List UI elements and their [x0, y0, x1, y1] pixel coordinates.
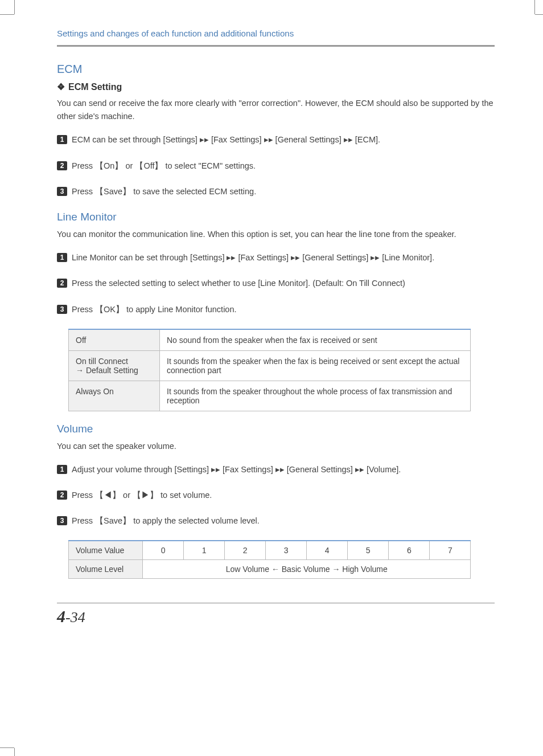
volume-table: Volume Value 0 1 2 3 4 5 6 7 Volume Leve… [68, 540, 471, 579]
header-divider [57, 45, 495, 47]
ecm-subheading: ❖ECM Setting [57, 81, 495, 92]
lm-row2-label: Always On [69, 381, 160, 411]
step-badge-2: 2 [57, 491, 67, 500]
ecm-intro: You can send or receive the fax more cle… [57, 97, 495, 123]
lm-step-2-text: Press the selected setting to select whe… [72, 277, 495, 290]
lm-row1-label-line1: On till Connect [76, 357, 128, 366]
vol-val-5: 5 [348, 541, 389, 560]
vol-val-4: 4 [307, 541, 348, 560]
lm-step-1: 1 Line Monitor can be set through [Setti… [57, 251, 495, 264]
ecm-step-2-text: Press 【On】 or 【Off】 to select "ECM" sett… [72, 160, 495, 173]
lm-row2-desc: It sounds from the speaker throughout th… [160, 381, 471, 411]
page-number-chapter: 4 [57, 607, 65, 626]
vol-step-3-text: Press 【Save】 to apply the selected volum… [72, 514, 495, 528]
step-badge-3: 3 [57, 305, 67, 314]
vol-val-7: 7 [430, 541, 471, 560]
step-badge-1: 1 [57, 135, 67, 144]
step-badge-3: 3 [57, 516, 67, 525]
table-row: Always On It sounds from the speaker thr… [69, 381, 471, 411]
vol-val-3: 3 [266, 541, 307, 560]
volume-value-label: Volume Value [69, 541, 143, 560]
vol-step-1: 1 Adjust your volume through [Settings] … [57, 463, 495, 476]
step-badge-2: 2 [57, 161, 67, 170]
ecm-step-1-text: ECM can be set through [Settings] ▸▸ [Fa… [72, 133, 495, 146]
lm-row0-desc: No sound from the speaker when the fax i… [160, 329, 471, 351]
ecm-subheading-text: ECM Setting [68, 82, 122, 92]
volume-intro: You can set the speaker volume. [57, 440, 495, 453]
lm-row1-desc: It sounds from the speaker when the fax … [160, 350, 471, 381]
vol-step-2: 2 Press 【◀】 or 【▶】 to set volume. [57, 489, 495, 502]
line-monitor-heading: Line Monitor [57, 211, 495, 223]
diamond-icon: ❖ [57, 82, 65, 92]
table-row: Off No sound from the speaker when the f… [69, 329, 471, 351]
ecm-step-3: 3 Press 【Save】 to save the selected ECM … [57, 185, 495, 198]
line-monitor-intro: You can monitor the communication line. … [57, 228, 495, 241]
footer-divider [57, 603, 495, 603]
line-monitor-table: Off No sound from the speaker when the f… [68, 329, 471, 411]
volume-level-row: Volume Level Low Volume ← Basic Volume →… [69, 560, 471, 579]
running-header: Settings and changes of each function an… [57, 28, 495, 38]
page-content: Settings and changes of each function an… [0, 0, 543, 649]
ecm-heading: ECM [57, 63, 495, 76]
ecm-step-1: 1 ECM can be set through [Settings] ▸▸ [… [57, 133, 495, 146]
step-badge-2: 2 [57, 279, 67, 288]
table-row: On till Connect → Default Setting It sou… [69, 350, 471, 381]
ecm-step-3-text: Press 【Save】 to save the selected ECM se… [72, 185, 495, 198]
ecm-step-2: 2 Press 【On】 or 【Off】 to select "ECM" se… [57, 160, 495, 173]
volume-level-text: Low Volume ← Basic Volume → High Volume [143, 560, 471, 579]
step-badge-1: 1 [57, 465, 67, 474]
lm-row0-label: Off [69, 329, 160, 351]
step-badge-1: 1 [57, 253, 67, 262]
vol-step-1-text: Adjust your volume through [Settings] ▸▸… [72, 463, 495, 476]
vol-val-2: 2 [225, 541, 266, 560]
volume-heading: Volume [57, 423, 495, 435]
vol-step-3: 3 Press 【Save】 to apply the selected vol… [57, 514, 495, 528]
page-number: 4-34 [57, 607, 495, 626]
vol-val-0: 0 [143, 541, 184, 560]
lm-step-3: 3 Press 【OK】 to apply Line Monitor funct… [57, 303, 495, 316]
vol-step-2-text: Press 【◀】 or 【▶】 to set volume. [72, 489, 495, 502]
lm-step-2: 2 Press the selected setting to select w… [57, 277, 495, 290]
lm-step-3-text: Press 【OK】 to apply Line Monitor functio… [72, 303, 495, 316]
vol-val-1: 1 [184, 541, 225, 560]
step-badge-3: 3 [57, 187, 67, 196]
vol-val-6: 6 [389, 541, 430, 560]
lm-row1-label-line2: → Default Setting [76, 366, 138, 375]
lm-row1-label: On till Connect → Default Setting [69, 350, 160, 381]
lm-step-1-text: Line Monitor can be set through [Setting… [72, 251, 495, 264]
volume-level-label: Volume Level [69, 560, 143, 579]
page-number-sub: -34 [65, 609, 85, 626]
volume-value-row: Volume Value 0 1 2 3 4 5 6 7 [69, 541, 471, 560]
